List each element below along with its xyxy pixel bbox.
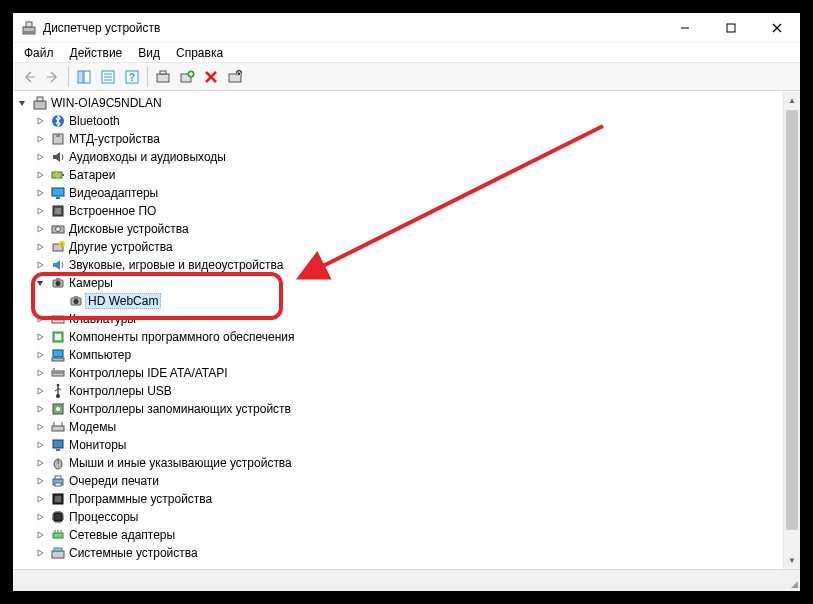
tree-item-17[interactable]: Мониторы [17, 436, 783, 454]
svg-point-38 [56, 281, 61, 286]
show-hide-tree-button[interactable] [73, 66, 95, 88]
svg-rect-59 [56, 449, 60, 451]
twisty-icon[interactable] [35, 152, 49, 162]
svg-rect-49 [52, 358, 64, 361]
twisty-icon[interactable] [35, 404, 49, 414]
tree-item-label: Программные устройства [69, 492, 212, 506]
tree-item-20[interactable]: Программные устройства [17, 490, 783, 508]
scroll-down-icon[interactable]: ▼ [784, 552, 800, 569]
disk-icon [50, 221, 66, 237]
twisty-icon[interactable] [35, 530, 49, 540]
tree-item-label: Bluetooth [69, 114, 120, 128]
update-driver-button[interactable] [176, 66, 198, 88]
audio-icon [50, 149, 66, 165]
svg-rect-4 [727, 24, 735, 32]
device-tree[interactable]: WIN-OIA9C5NDLANBluetoothМТД-устройстваАу… [13, 92, 783, 569]
twisty-icon[interactable] [35, 134, 49, 144]
close-button[interactable] [754, 13, 800, 43]
tree-item-label: Встроенное ПО [69, 204, 156, 218]
twisty-icon[interactable] [35, 548, 49, 558]
tree-item-15[interactable]: Контроллеры запоминающих устройств [17, 400, 783, 418]
window-title: Диспетчер устройств [43, 21, 160, 35]
twisty-icon[interactable] [35, 422, 49, 432]
tree-item-11[interactable]: Компоненты программного обеспечения [17, 328, 783, 346]
vertical-scrollbar[interactable]: ▲ ▼ [783, 92, 800, 569]
tree-item-22[interactable]: Сетевые адаптеры [17, 526, 783, 544]
svg-rect-22 [37, 97, 43, 101]
back-button[interactable] [18, 66, 40, 88]
tree-item-12[interactable]: Компьютер [17, 346, 783, 364]
menu-help[interactable]: Справка [169, 44, 230, 62]
properties-button[interactable] [97, 66, 119, 88]
twisty-icon[interactable] [35, 512, 49, 522]
resize-grip[interactable]: ◢ [784, 570, 800, 591]
twisty-icon[interactable] [35, 116, 49, 126]
tree-item-14[interactable]: Контроллеры USB [17, 382, 783, 400]
twisty-icon[interactable] [35, 188, 49, 198]
tree-item-0[interactable]: Bluetooth [17, 112, 783, 130]
tree-item-7[interactable]: !Другие устройства [17, 238, 783, 256]
tree-item-23[interactable]: Системные устройства [17, 544, 783, 562]
twisty-icon[interactable] [35, 332, 49, 342]
tree-item-label: Аудиовходы и аудиовыходы [69, 150, 226, 164]
tree-item-16[interactable]: Модемы [17, 418, 783, 436]
tree-item-4[interactable]: Видеоадаптеры [17, 184, 783, 202]
scroll-thumb[interactable] [786, 110, 798, 530]
maximize-button[interactable] [708, 13, 754, 43]
tree-item-10[interactable]: Клавиатуры [17, 310, 783, 328]
svg-rect-39 [56, 278, 60, 280]
twisty-icon[interactable] [35, 242, 49, 252]
svg-rect-2 [24, 31, 34, 33]
tree-item-21[interactable]: Процессоры [17, 508, 783, 526]
twisty-icon[interactable] [17, 98, 31, 108]
twisty-icon[interactable] [35, 224, 49, 234]
tree-item-3[interactable]: Батареи [17, 166, 783, 184]
twisty-icon[interactable] [35, 386, 49, 396]
svg-rect-7 [78, 71, 83, 83]
menu-view[interactable]: Вид [131, 44, 167, 62]
tree-item-label: Контроллеры запоминающих устройств [69, 402, 291, 416]
camera-icon [50, 275, 66, 291]
tree-item-9[interactable]: Камеры [17, 274, 783, 292]
tree-item-5[interactable]: Встроенное ПО [17, 202, 783, 220]
tree-item-9-0[interactable]: HD WebCam [17, 292, 783, 310]
svg-point-33 [56, 227, 61, 232]
tree-item-label: Мониторы [69, 438, 126, 452]
twisty-icon[interactable] [35, 314, 49, 324]
tree-root[interactable]: WIN-OIA9C5NDLAN [17, 94, 783, 112]
twisty-icon[interactable] [35, 494, 49, 504]
twisty-icon[interactable] [35, 368, 49, 378]
forward-button[interactable] [42, 66, 64, 88]
tree-item-8[interactable]: Звуковые, игровые и видеоустройства [17, 256, 783, 274]
uninstall-device-button[interactable] [200, 66, 222, 88]
minimize-button[interactable] [662, 13, 708, 43]
svg-rect-47 [55, 334, 61, 340]
tree-item-13[interactable]: Контроллеры IDE ATA/ATAPI [17, 364, 783, 382]
tree-item-18[interactable]: Мыши и иные указывающие устройства [17, 454, 783, 472]
twisty-icon[interactable] [35, 350, 49, 360]
help-button[interactable]: ? [121, 66, 143, 88]
tree-item-19[interactable]: Очереди печати [17, 472, 783, 490]
twisty-icon[interactable] [35, 458, 49, 468]
mouse-icon [50, 455, 66, 471]
tree-item-6[interactable]: Дисковые устройства [17, 220, 783, 238]
disable-device-button[interactable] [224, 66, 246, 88]
twisty-icon[interactable] [35, 476, 49, 486]
twisty-icon[interactable] [35, 170, 49, 180]
svg-rect-28 [52, 188, 64, 196]
tree-item-2[interactable]: Аудиовходы и аудиовыходы [17, 148, 783, 166]
twisty-icon[interactable] [35, 206, 49, 216]
tree-item-1[interactable]: МТД-устройства [17, 130, 783, 148]
svg-point-53 [56, 394, 60, 398]
scroll-up-icon[interactable]: ▲ [784, 92, 800, 109]
menu-file[interactable]: Файл [17, 44, 61, 62]
menu-action[interactable]: Действие [63, 44, 130, 62]
system-icon [50, 545, 66, 561]
tree-item-label: МТД-устройства [69, 132, 160, 146]
other-icon: ! [50, 239, 66, 255]
twisty-icon[interactable] [35, 440, 49, 450]
scan-hardware-button[interactable] [152, 66, 174, 88]
twisty-icon[interactable] [35, 260, 49, 270]
twisty-icon[interactable] [35, 278, 49, 288]
tree-item-label: Процессоры [69, 510, 139, 524]
